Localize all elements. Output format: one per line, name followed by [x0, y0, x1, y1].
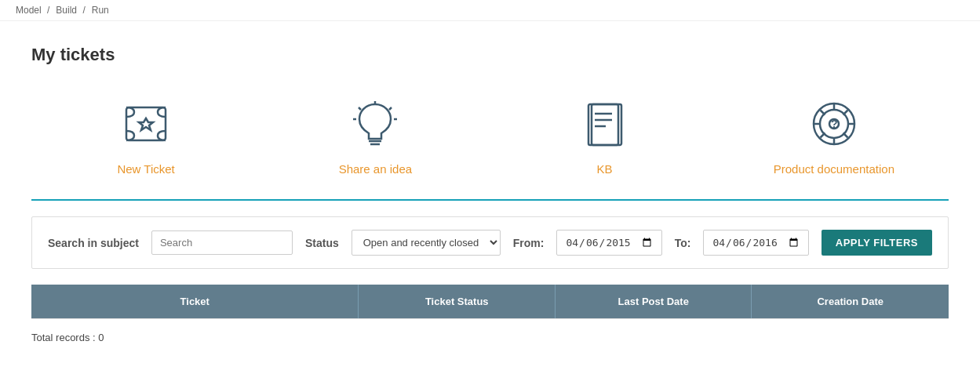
breadcrumb-model[interactable]: Model [16, 5, 49, 16]
from-label: From: [513, 237, 545, 249]
filter-bar: Search in subject Status Open and recent… [31, 216, 949, 269]
column-ticket-status: Ticket Status [359, 285, 556, 318]
svg-line-6 [389, 107, 392, 110]
lightbulb-icon [348, 96, 403, 151]
total-records: Total records : 0 [31, 332, 949, 343]
status-select[interactable]: Open and recently closed Open Closed All [352, 230, 501, 256]
svg-marker-1 [139, 118, 153, 130]
breadcrumb-build[interactable]: Build [56, 5, 85, 16]
table-body [31, 318, 949, 319]
page-title: My tickets [31, 45, 949, 65]
top-nav: Model Build Run [0, 0, 980, 21]
kb-label: KB [597, 162, 613, 176]
action-new-ticket[interactable]: New Ticket [31, 89, 260, 183]
svg-text:?: ? [831, 118, 838, 130]
main-content: My tickets New Ticket [0, 21, 980, 367]
to-label: To: [675, 237, 691, 249]
column-last-post-date: Last Post Date [556, 285, 752, 318]
column-creation-date: Creation Date [752, 285, 949, 318]
help-circle-icon: ? [807, 96, 862, 151]
new-ticket-label: New Ticket [117, 162, 174, 176]
svg-rect-0 [126, 107, 166, 140]
action-kb[interactable]: KB [490, 89, 720, 183]
book-icon [577, 96, 632, 151]
from-date-input[interactable] [556, 230, 661, 256]
svg-rect-10 [588, 104, 618, 145]
to-date-input[interactable] [703, 230, 808, 256]
svg-rect-9 [592, 104, 621, 145]
action-share-idea[interactable]: Share an idea [260, 89, 490, 183]
share-idea-label: Share an idea [339, 162, 412, 176]
ticket-icon [118, 96, 173, 151]
column-ticket: Ticket [31, 285, 359, 318]
svg-line-5 [359, 107, 361, 110]
action-product-docs[interactable]: ? Product documentation [720, 89, 949, 183]
product-docs-label: Product documentation [774, 162, 894, 176]
search-input[interactable] [151, 230, 293, 255]
action-icons-bar: New Ticket Share an idea [31, 89, 949, 201]
table-header: Ticket Ticket Status Last Post Date Crea… [31, 285, 949, 318]
search-subject-label: Search in subject [48, 237, 139, 249]
apply-filters-button[interactable]: APPLY FILTERS [822, 230, 932, 256]
breadcrumb-run[interactable]: Run [92, 5, 112, 16]
status-label: Status [305, 237, 339, 249]
